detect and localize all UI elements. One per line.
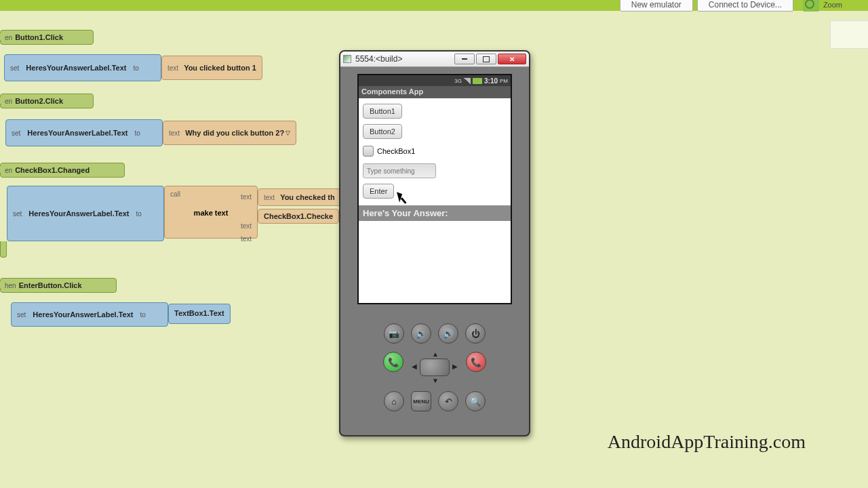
- getter-block-checkbox-checked[interactable]: CheckBox1.Checke: [258, 209, 339, 224]
- power-icon[interactable]: ⏻: [465, 323, 486, 344]
- set-block-1[interactable]: set HeresYourAnswerLabel.Text to: [4, 54, 161, 81]
- dpad-down-icon[interactable]: ▼: [432, 377, 439, 384]
- android-statusbar: 3G 3:10 PM: [359, 75, 511, 86]
- do-container-3: [0, 241, 7, 258]
- hw-row-2: 📞 ▲ ◀ ▶ ▼ 📞: [340, 352, 529, 383]
- app-button1[interactable]: Button1: [363, 104, 402, 119]
- zoom-icon: [803, 0, 819, 12]
- app-textbox1[interactable]: [363, 163, 436, 178]
- emulator-app-icon: [343, 55, 351, 63]
- set-block-2[interactable]: set HeresYourAnswerLabel.Text to: [5, 119, 163, 146]
- app-checkbox1[interactable]: [363, 146, 374, 157]
- dpad-up-icon[interactable]: ▲: [432, 350, 439, 358]
- dpad-right-icon[interactable]: ▶: [452, 363, 458, 370]
- set-block-4[interactable]: set HeresYourAnswerLabel.Text to: [11, 302, 168, 327]
- search-icon[interactable]: 🔍: [465, 391, 486, 411]
- answer-label: Here's Your Answer:: [359, 205, 511, 221]
- back-icon[interactable]: ↶: [438, 391, 458, 411]
- dpad-center[interactable]: [420, 359, 450, 376]
- call-block-maketext[interactable]: call text make text text text: [164, 186, 258, 239]
- getter-block-textbox1-text[interactable]: TextBox1.Text: [168, 304, 231, 324]
- connect-device-button[interactable]: Connect to Device...: [697, 0, 793, 12]
- hw-row-1: 📷 🔉 🔊 ⏻: [340, 323, 529, 344]
- end-call-icon[interactable]: 📞: [466, 352, 486, 372]
- text-block-1[interactable]: text You clicked button 1: [161, 56, 262, 80]
- minimize-button[interactable]: [454, 54, 475, 64]
- camera-icon[interactable]: 📷: [384, 323, 404, 344]
- event-block-button2-click[interactable]: enButton2.Click: [0, 94, 94, 108]
- app-titlebar: Components App: [359, 86, 511, 98]
- app-button2[interactable]: Button2: [363, 124, 402, 139]
- emulator-window[interactable]: 5554:<build> ✕ 3G 3:10 PM Components App…: [339, 50, 530, 436]
- dpad[interactable]: ▲ ◀ ▶ ▼: [410, 352, 459, 383]
- dpad-left-icon[interactable]: ◀: [412, 363, 417, 370]
- event-block-enterbutton-click[interactable]: henEnterButton.Click: [0, 278, 117, 293]
- status-ampm: PM: [500, 78, 508, 84]
- volume-up-icon[interactable]: 🔊: [438, 323, 458, 344]
- event-block-checkbox1-changed[interactable]: enCheckBox1.Changed: [0, 163, 125, 178]
- toolbar: New emulator Connect to Device... Zoom: [620, 0, 848, 12]
- zoom-control[interactable]: Zoom: [797, 0, 848, 12]
- set-block-3[interactable]: set HeresYourAnswerLabel.Text to: [7, 186, 164, 241]
- signal-icon: [464, 78, 471, 84]
- close-button[interactable]: ✕: [498, 54, 526, 64]
- hw-row-3: ⌂ MENU ↶ 🔍: [340, 391, 529, 411]
- menu-button[interactable]: MENU: [411, 391, 431, 411]
- zoom-label: Zoom: [823, 1, 842, 9]
- home-icon[interactable]: ⌂: [384, 391, 404, 411]
- battery-icon: [473, 78, 482, 84]
- event-block-button1-click[interactable]: enButton1.Click: [0, 30, 94, 45]
- phone-screen: 3G 3:10 PM Components App Button1 Button…: [357, 74, 512, 304]
- threeg-icon: 3G: [454, 78, 462, 84]
- emulator-titlebar[interactable]: 5554:<build> ✕: [340, 52, 529, 67]
- volume-down-icon[interactable]: 🔉: [411, 323, 431, 344]
- call-icon[interactable]: 📞: [383, 352, 403, 372]
- app-checkbox1-label: CheckBox1: [377, 147, 415, 155]
- app-body: Button1 Button2 CheckBox1 Enter: [359, 98, 511, 204]
- text-block-3a[interactable]: text You checked th: [258, 188, 341, 206]
- emulator-title: 5554:<build>: [355, 54, 453, 64]
- text-block-2[interactable]: text Why did you click button 2?▽: [163, 121, 296, 145]
- maximize-button[interactable]: [476, 54, 496, 64]
- watermark-text: AndroidAppTraining.com: [608, 431, 806, 453]
- status-time: 3:10: [484, 77, 498, 85]
- app-enter-button[interactable]: Enter: [363, 184, 394, 199]
- new-emulator-button[interactable]: New emulator: [620, 0, 693, 12]
